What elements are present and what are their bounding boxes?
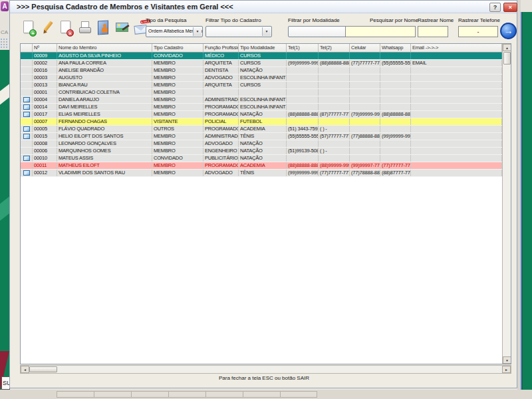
vertical-scrollbar[interactable]: ▲ ▼ — [502, 44, 511, 364]
cell-num: 00010 — [33, 155, 57, 162]
background-right-top: x — [521, 0, 532, 12]
cell-tel1 — [287, 96, 319, 103]
vertical-scrollbar-thumb[interactable] — [503, 52, 511, 65]
table-row[interactable]: 00003AUGUSTOMEMBROADVOGADOESCOLINHA INFA… — [21, 74, 511, 82]
filter-label-modalidade: Filtrar por Modalidade — [288, 17, 340, 23]
cell-num: 00004 — [33, 96, 57, 103]
table-row[interactable]: 00016ANELISE BRANDÃOMEMBRODENTISTANATAÇÃ… — [21, 67, 511, 74]
members-grid: NºNome do MembroTipo CadastroFunção Prof… — [20, 43, 511, 364]
table-row[interactable]: 00005FLÁVIO QUADRADOOUTROSPROGRAMADORACA… — [21, 126, 511, 133]
print-button[interactable] — [76, 19, 94, 39]
column-header-nome[interactable]: Nome do Membro — [57, 44, 152, 53]
footer-hint: Para fechar a tela ESC ou botão SAIR — [10, 375, 518, 381]
cell-tel2 — [319, 96, 350, 103]
cell-tel2 — [319, 82, 350, 88]
cell-gutter — [21, 118, 33, 125]
sun-icon — [118, 24, 120, 27]
title-bar: >>> Pesquisa Cadastro de Membros e Visit… — [10, 1, 517, 13]
cell-gutter — [21, 53, 33, 59]
column-header-tel1[interactable]: Tel(1) — [287, 44, 319, 53]
rastrear-telefone-input[interactable] — [458, 26, 498, 37]
cell-celular: (77)88888-8889 — [350, 133, 380, 140]
cell-num: 00015 — [33, 133, 57, 140]
cell-funcao: PROGRAMADOR — [203, 111, 239, 118]
filter-label-rastrear-telefone: Rastrear Telefone — [458, 17, 500, 23]
cell-tel1 — [287, 82, 319, 88]
column-header-funcao[interactable]: Função Profissional — [203, 44, 239, 53]
table-row[interactable]: 00017ELIAS MEIRELLESMEMBROPROGRAMADORNAT… — [21, 111, 511, 118]
close-button[interactable]: × — [503, 3, 517, 12]
cell-tel1: (88)88888-8888 — [287, 162, 319, 169]
tipo-cadastro-select[interactable]: ▼ — [205, 26, 272, 37]
cell-tel2 — [319, 89, 350, 96]
table-row[interactable]: 00015HELIO EILOFT DOS SANTOSMEMBROADMINI… — [21, 133, 511, 140]
background-white-diagonal — [0, 80, 9, 107]
cell-cadastro: MEMBRO — [152, 111, 203, 118]
horizontal-scrollbar[interactable]: ◄ ► — [20, 365, 511, 374]
cell-cadastro: MEMBRO — [152, 74, 203, 81]
table-row[interactable]: 00008LEONARDO GONÇALVESMEMBROADVOGADONAT… — [21, 140, 511, 148]
table-row[interactable]: 00001CONTRIBUICAO COLETIVAMEMBRO — [21, 89, 511, 96]
cell-whatsapp: (88)87777-7777 — [380, 170, 411, 176]
cell-modalidade: NATAÇÃO — [239, 111, 287, 118]
table-row[interactable]: 00006MARQUINHOS GOMESMEMBROENGENHEIRONAT… — [21, 148, 511, 155]
column-header-whatsapp[interactable]: Whatsapp — [380, 44, 411, 53]
image-button[interactable] — [114, 19, 131, 39]
table-row[interactable]: 00004DANIELA ARAUJOMEMBROADMINISTRADORES… — [21, 96, 511, 104]
cell-tel1: (55)55555-5555 — [287, 133, 319, 140]
column-header-cadastro[interactable]: Tipo Cadastro — [152, 44, 203, 53]
cell-whatsapp — [380, 155, 411, 162]
scroll-left-arrow[interactable]: ◄ — [21, 366, 29, 373]
cell-gutter — [21, 60, 33, 66]
grid-header-row: NºNome do MembroTipo CadastroFunção Prof… — [21, 44, 511, 53]
cell-whatsapp — [380, 96, 411, 103]
edit-record-button[interactable] — [39, 19, 57, 39]
cell-celular — [350, 96, 380, 103]
scroll-down-arrow[interactable]: ▼ — [503, 356, 511, 364]
cell-gutter — [21, 170, 33, 176]
cell-cadastro: MEMBRO — [152, 148, 203, 154]
horizontal-scrollbar-thumb[interactable] — [29, 366, 57, 372]
member-photo-button[interactable] — [95, 19, 112, 39]
cell-nome: CONTRIBUICAO COLETIVA — [57, 89, 152, 96]
table-row[interactable]: 00009AGUSTO DA SILVA PINHEIOCONVIDADOMÉD… — [21, 53, 511, 60]
pesquisar-nome-input[interactable] — [345, 26, 416, 37]
cell-num: 00002 — [33, 60, 57, 66]
column-header-celular[interactable]: Celular — [350, 44, 380, 53]
cell-modalidade: TÊNIS — [239, 170, 287, 176]
photo-icon — [23, 104, 30, 110]
cell-whatsapp — [380, 82, 411, 88]
cell-gutter — [21, 126, 33, 132]
cell-tel1 — [287, 53, 319, 59]
tipo-pesquisa-select[interactable]: Ordem Alfabetica Membro ▼ — [146, 26, 203, 37]
cell-cadastro: VISITANTE — [152, 118, 203, 125]
cell-tel1 — [287, 74, 319, 81]
cell-tel1 — [287, 89, 319, 96]
add-record-button[interactable]: + — [21, 19, 38, 39]
delete-record-button[interactable]: × — [58, 19, 75, 39]
table-row[interactable]: 00007FERNANDO CHAGASVISITANTEPOLICIALFUT… — [21, 118, 511, 126]
cell-num: 00011 — [33, 162, 57, 169]
table-row[interactable]: 00011MATHEUS EILOFTMEMBROPROGRAMADORACAD… — [21, 162, 511, 170]
table-row[interactable]: 00014DAVI MEIRELLESMEMBROPROGRAMADORESCO… — [21, 104, 511, 111]
rastrear-nome-input[interactable] — [418, 26, 448, 37]
scroll-up-arrow[interactable]: ▲ — [503, 44, 511, 51]
cell-celular — [350, 155, 380, 162]
cell-modalidade: ACADEMIA — [239, 162, 287, 169]
cell-whatsapp: (55)55555-5555 — [380, 60, 411, 66]
cell-email — [411, 67, 502, 74]
table-row[interactable]: 00002ANA PAULA CORREAMEMBROARQUITETACURS… — [21, 60, 511, 67]
scroll-right-arrow[interactable]: ► — [502, 366, 511, 373]
column-header-email[interactable]: Email ->->-> — [411, 44, 502, 53]
column-header-tel2[interactable]: Tel(2) — [319, 44, 350, 53]
column-header-num[interactable]: Nº — [33, 44, 57, 53]
cell-cadastro: MEMBRO — [152, 89, 203, 96]
help-button[interactable]: ? — [489, 3, 501, 12]
column-header-modalidade[interactable]: Tipo Modalidade — [239, 44, 287, 53]
table-row[interactable]: 00013BIANCA RAUMEMBROARQUITETACURSOS — [21, 82, 511, 89]
search-go-button[interactable]: → — [500, 23, 517, 39]
table-row[interactable]: 00012VLADIMIR DOS SANTOS RAUMEMBROADVOGA… — [21, 170, 511, 177]
background-left-top: A CA — [0, 0, 9, 50]
table-row[interactable]: 00010MATEUS ASSISCONVIDADOPUBLICITÁRIONA… — [21, 155, 511, 162]
cell-email — [411, 162, 502, 169]
